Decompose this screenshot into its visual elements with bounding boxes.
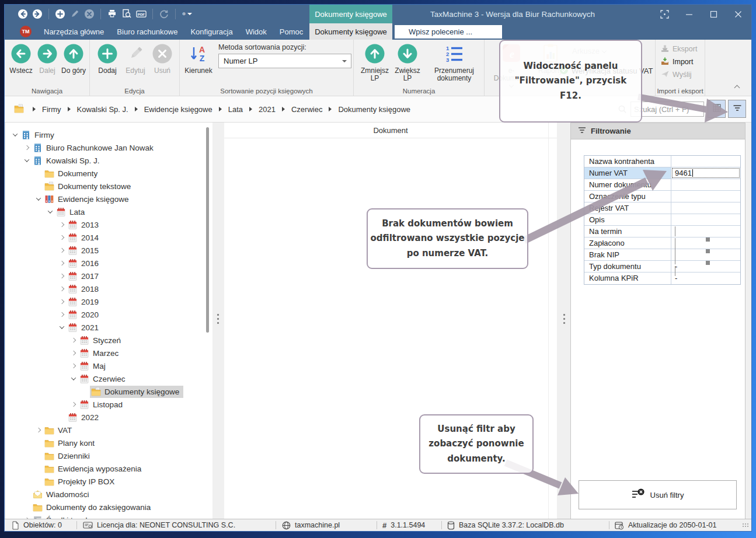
filter-label[interactable]: Opis: [584, 214, 671, 225]
filter-label[interactable]: Oznaczenie typu: [584, 191, 671, 202]
tree-item-2022[interactable]: 2022: [6, 411, 212, 424]
tree-item-2019[interactable]: 2019: [6, 295, 212, 308]
menu-item[interactable]: Pomoc: [273, 23, 309, 40]
menu-item[interactable]: Narzędzia główne: [37, 23, 110, 40]
tree-item-ewidencje-księgowe[interactable]: Ewidencje księgowe: [6, 193, 212, 205]
zwiększ-lp-button[interactable]: Zwiększ LP: [392, 43, 423, 82]
filter-label[interactable]: Brak NIP: [584, 249, 671, 260]
menu-item[interactable]: Konfiguracja: [184, 23, 239, 40]
tree-item-2021[interactable]: 2021: [6, 321, 212, 334]
tree-item-dokumenty-księgowe[interactable]: Dokumenty księgowe: [6, 385, 212, 398]
tree-item-2015[interactable]: 2015: [6, 244, 212, 257]
dodaj-button[interactable]: Dodaj: [95, 43, 120, 75]
filter-value[interactable]: 9461: [671, 167, 740, 179]
grid-view-button[interactable]: [708, 100, 726, 118]
fit-screen-button[interactable]: [659, 9, 670, 19]
splitter-right[interactable]: [563, 314, 566, 326]
breadcrumb-item[interactable]: 2021: [259, 105, 276, 114]
pdf-icon[interactable]: PDF: [136, 9, 147, 19]
filter-label[interactable]: Rejestr VAT: [584, 202, 671, 214]
chevron-right-icon[interactable]: [69, 338, 78, 342]
chevron-right-icon[interactable]: [57, 236, 67, 239]
breadcrumb-item[interactable]: Kowalski Sp. J.: [77, 105, 128, 114]
filter-label[interactable]: Nazwa kontrahenta: [584, 156, 671, 167]
kierunek-button[interactable]: AZKierunek: [182, 43, 215, 75]
tree-item-lata[interactable]: Lata: [6, 205, 212, 218]
chevron-right-icon[interactable]: [69, 351, 78, 355]
przenumeruj-dokumenty-button[interactable]: 123Przenumeruj dokumenty: [427, 43, 481, 82]
breadcrumb-item[interactable]: Dokumenty księgowe: [338, 105, 410, 114]
filter-label[interactable]: Na termin: [584, 226, 671, 237]
context-tab-header[interactable]: Dokumenty księgowe: [309, 5, 392, 23]
tree-item-dokumenty-tekstowe[interactable]: Dokumenty tekstowe: [6, 180, 212, 193]
chevron-down-icon[interactable]: [46, 210, 55, 214]
sort-method-combobox[interactable]: Numer LP: [218, 54, 351, 68]
menu-item[interactable]: Biuro rachunkowe: [110, 23, 184, 40]
filter-value[interactable]: [671, 156, 740, 167]
filter-label[interactable]: Typ dokumentu: [584, 261, 671, 272]
filter-label[interactable]: Kolumna KPiR: [584, 273, 671, 284]
minimize-button[interactable]: [684, 9, 694, 19]
filter-value[interactable]: [671, 226, 740, 237]
breadcrumb-item[interactable]: Lata: [228, 105, 243, 114]
chevron-right-icon[interactable]: [69, 364, 78, 368]
tree-item-dzienniki[interactable]: Dzienniki: [6, 449, 212, 462]
chevron-down-icon[interactable]: [34, 197, 43, 201]
chevron-right-icon[interactable]: [22, 146, 32, 149]
menu-item[interactable]: Widok: [239, 23, 273, 40]
tree-item-kowalski-sp-j-[interactable]: Kowalski Sp. J.: [6, 154, 212, 167]
tree-item-2014[interactable]: 2014: [6, 231, 212, 244]
chevron-right-icon[interactable]: [57, 313, 67, 316]
filter-label[interactable]: Numer VAT: [584, 167, 671, 179]
tree-item-plany-kont[interactable]: Plany kont: [6, 436, 212, 449]
splitter-left[interactable]: [217, 314, 220, 326]
command-input[interactable]: [395, 25, 502, 39]
tree-item-czerwiec[interactable]: Czerwiec: [6, 372, 212, 385]
tree-item-firmy[interactable]: Firmy: [6, 128, 212, 141]
tree-item-styczeń[interactable]: Styczeń: [6, 334, 212, 347]
column-header-dokument[interactable]: Dokument: [224, 123, 557, 138]
maximize-button[interactable]: [708, 9, 719, 19]
filter-value[interactable]: -: [671, 261, 740, 272]
do-góry-button[interactable]: Do góry: [61, 43, 86, 75]
settings-icon[interactable]: ⚙: [182, 9, 192, 19]
ribbon-tab-dokumenty-ksiegowe[interactable]: Dokumenty księgowe: [309, 23, 392, 40]
back-icon[interactable]: [18, 9, 28, 19]
add-icon[interactable]: [55, 9, 65, 19]
tree-item-2016[interactable]: 2016: [6, 257, 212, 270]
chevron-down-icon[interactable]: [69, 377, 78, 380]
tree-item-środki-trwałe[interactable]: Środki trwałe: [6, 513, 212, 519]
close-button[interactable]: [733, 9, 743, 19]
collapse-ribbon-button[interactable]: [735, 84, 741, 90]
filter-value[interactable]: -: [671, 273, 740, 284]
print-icon[interactable]: [107, 9, 117, 19]
filter-label[interactable]: Zapłacono: [584, 237, 671, 249]
zmniejsz-lp-button[interactable]: Zmniejsz LP: [360, 43, 390, 82]
chevron-right-icon[interactable]: [57, 274, 67, 278]
tree-item-listopad[interactable]: Listopad: [6, 398, 212, 411]
chevron-right-icon[interactable]: [57, 287, 67, 291]
chevron-right-icon[interactable]: [34, 428, 43, 432]
tree-item-marzec[interactable]: Marzec: [6, 347, 212, 359]
tree-item-vat[interactable]: VAT: [6, 424, 212, 436]
chevron-right-icon[interactable]: [57, 249, 67, 252]
tree-item-dokumenty-do-zaksięgowania[interactable]: Dokumenty do zaksięgowania: [6, 501, 212, 513]
filter-value[interactable]: [671, 249, 740, 260]
import-button[interactable]: Import: [660, 56, 693, 68]
filter-value[interactable]: [671, 202, 740, 214]
tree-item-dokumenty[interactable]: Dokumenty: [6, 167, 212, 180]
filter-value[interactable]: [671, 179, 740, 190]
print-preview-icon[interactable]: [121, 9, 132, 19]
filter-label[interactable]: Numer dokumentu: [584, 179, 671, 190]
tree-item-projekty-ip-box[interactable]: Projekty IP BOX: [6, 475, 212, 488]
filter-panel-toggle-button[interactable]: [728, 100, 746, 118]
breadcrumb-item[interactable]: Ewidencje księgowe: [144, 105, 212, 114]
tree-item-ewidencja-wyposażenia[interactable]: Ewidencja wyposażenia: [6, 462, 212, 475]
filter-value[interactable]: [671, 237, 740, 249]
chevron-down-icon[interactable]: [11, 133, 20, 137]
chevron-down-icon[interactable]: [22, 159, 32, 162]
clear-filters-button[interactable]: Usuń filtry: [579, 480, 737, 509]
resize-grip[interactable]: [742, 523, 749, 527]
chevron-right-icon[interactable]: [57, 261, 67, 265]
filter-value[interactable]: [671, 214, 740, 225]
